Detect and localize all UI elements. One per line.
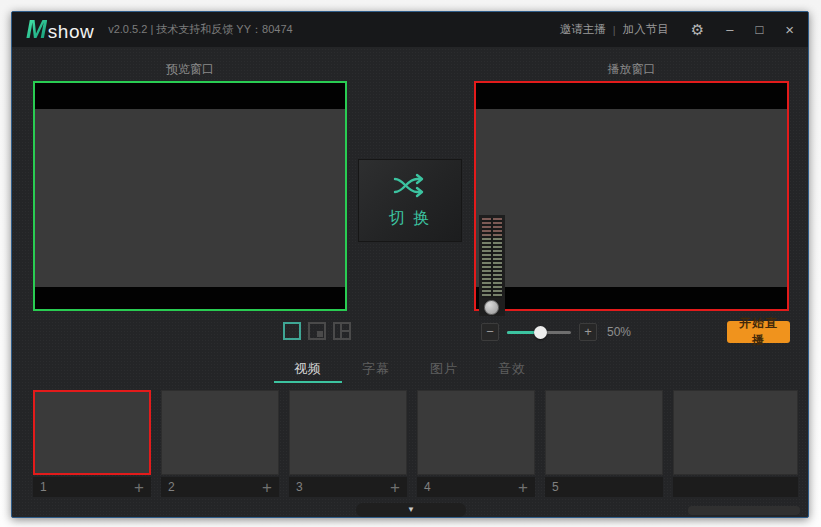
app-window: M show v2.0.5.2 | 技术支持和反馈 YY：80474 邀请主播 … [11,11,809,518]
chevron-down-icon: ▼ [407,506,415,514]
split-horizontal-line [342,330,349,332]
media-thumbnail[interactable] [161,390,279,475]
preview-letterbox-bottom [35,287,345,309]
preview-video-content [35,109,345,287]
volume-value: 50% [607,325,631,339]
join-program-link[interactable]: 加入节目 [623,22,669,37]
minimize-button[interactable]: – [726,23,733,36]
media-footer: 1 + [33,477,151,497]
invite-host-link[interactable]: 邀请主播 [560,22,606,37]
media-footer: 2 + [161,477,279,497]
media-slot-4[interactable]: 4 + [417,390,535,498]
media-footer: 5 [545,477,663,497]
close-button[interactable]: × [785,22,794,37]
media-strip: 1 + 2 + 3 + 4 + [33,390,798,498]
collapse-strip-button[interactable]: ▼ [356,503,466,517]
tab-images[interactable]: 图片 [410,359,478,383]
media-footer: 4 + [417,477,535,497]
program-window[interactable] [474,81,789,311]
volume-bar: − + 50% [481,322,631,342]
preview-window[interactable] [33,81,347,311]
preview-letterbox-top [35,83,345,109]
program-pane-title: 播放窗口 [474,61,789,75]
media-footer [673,477,798,497]
media-slot-3[interactable]: 3 + [289,390,407,498]
add-media-button[interactable]: + [518,479,528,496]
volume-decrease-button[interactable]: − [481,323,499,341]
media-thumbnail[interactable] [417,390,535,475]
logo-text: show [48,21,94,43]
media-slot-number: 3 [296,480,303,494]
app-logo: M show [26,17,94,43]
settings-gear-icon[interactable]: ⚙ [691,22,704,37]
pip-inner-rect [317,331,323,337]
layout-single-icon[interactable] [283,322,301,340]
shuffle-icon [392,172,428,199]
add-media-button[interactable]: + [390,479,400,496]
media-slot-6[interactable] [673,390,798,498]
media-slot-number: 1 [40,480,47,494]
media-slot-number: 4 [424,480,431,494]
version-text: v2.0.5.2 | 技术支持和反馈 YY：80474 [108,22,292,37]
media-tabs: 视频 字幕 图片 音效 [274,359,546,383]
media-thumbnail[interactable] [673,390,798,475]
titlebar: M show v2.0.5.2 | 技术支持和反馈 YY：80474 邀请主播 … [12,12,808,47]
media-slot-number: 5 [552,480,559,494]
vu-meter-bars [482,218,502,298]
program-video-content [476,109,787,287]
maximize-button[interactable]: □ [755,23,763,36]
media-thumbnail[interactable] [33,390,151,475]
tab-video[interactable]: 视频 [274,359,342,383]
layout-split-icon[interactable] [333,322,351,340]
add-media-button[interactable]: + [262,479,272,496]
switch-button[interactable]: 切 换 [358,159,462,242]
media-slot-number: 2 [168,480,175,494]
layout-toolbar [283,322,351,340]
media-slot-1[interactable]: 1 + [33,390,151,498]
titlebar-separator: | [613,24,616,36]
audio-level-meter[interactable] [479,215,505,316]
tab-subtitles[interactable]: 字幕 [342,359,410,383]
preview-pane-title: 预览窗口 [33,61,347,75]
add-media-button[interactable]: + [134,479,144,496]
media-slot-2[interactable]: 2 + [161,390,279,498]
program-letterbox-top [476,83,787,109]
media-thumbnail[interactable] [289,390,407,475]
tab-sound-effects[interactable]: 音效 [478,359,546,383]
audio-fader-knob[interactable] [484,300,499,315]
volume-slider[interactable] [507,326,571,339]
start-streaming-button[interactable]: 开始直播 [727,321,790,343]
volume-slider-knob[interactable] [534,326,547,339]
logo-m-icon: M [26,17,47,42]
layout-pip-icon[interactable] [308,322,326,340]
horizontal-scrollbar-thumb[interactable] [688,506,800,515]
media-footer: 3 + [289,477,407,497]
media-thumbnail[interactable] [545,390,663,475]
program-letterbox-bottom [476,287,787,309]
volume-increase-button[interactable]: + [579,323,597,341]
switch-button-label: 切 换 [389,208,431,229]
media-slot-5[interactable]: 5 [545,390,663,498]
